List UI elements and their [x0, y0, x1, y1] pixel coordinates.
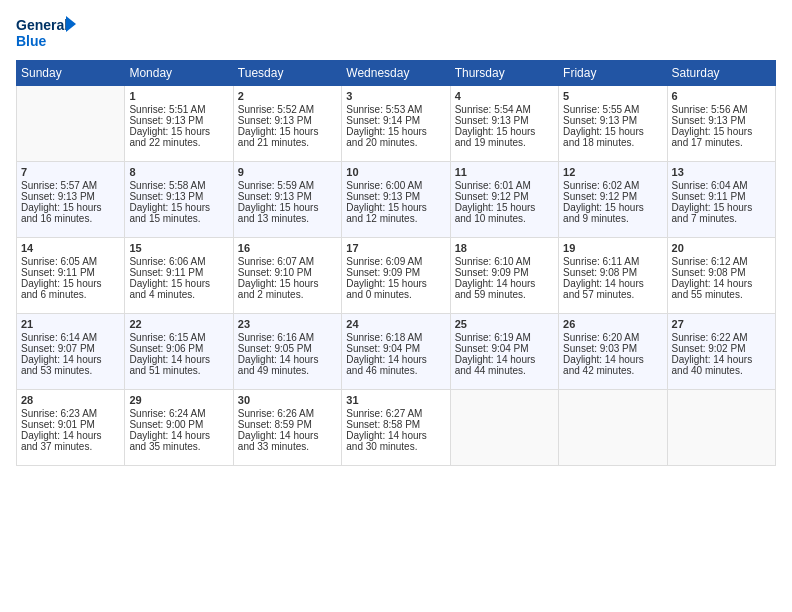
day-info: Sunrise: 6:05 AM	[21, 256, 120, 267]
calendar-cell: 19Sunrise: 6:11 AMSunset: 9:08 PMDayligh…	[559, 238, 667, 314]
day-info: Daylight: 15 hours	[129, 126, 228, 137]
logo-svg: GeneralBlue	[16, 12, 76, 52]
day-info: Sunset: 9:13 PM	[346, 191, 445, 202]
calendar-cell: 4Sunrise: 5:54 AMSunset: 9:13 PMDaylight…	[450, 86, 558, 162]
day-number: 28	[21, 394, 120, 406]
calendar-cell: 25Sunrise: 6:19 AMSunset: 9:04 PMDayligh…	[450, 314, 558, 390]
day-info: Sunrise: 6:07 AM	[238, 256, 337, 267]
day-info: and 13 minutes.	[238, 213, 337, 224]
calendar-cell: 17Sunrise: 6:09 AMSunset: 9:09 PMDayligh…	[342, 238, 450, 314]
header-row: SundayMondayTuesdayWednesdayThursdayFrid…	[17, 61, 776, 86]
calendar-cell: 20Sunrise: 6:12 AMSunset: 9:08 PMDayligh…	[667, 238, 775, 314]
day-info: Sunrise: 6:04 AM	[672, 180, 771, 191]
day-number: 13	[672, 166, 771, 178]
weekday-header-monday: Monday	[125, 61, 233, 86]
day-info: Sunset: 9:09 PM	[455, 267, 554, 278]
day-info: Sunrise: 6:22 AM	[672, 332, 771, 343]
day-number: 29	[129, 394, 228, 406]
day-info: Daylight: 14 hours	[129, 354, 228, 365]
weekday-header-thursday: Thursday	[450, 61, 558, 86]
day-info: Sunrise: 5:59 AM	[238, 180, 337, 191]
day-info: Sunrise: 6:09 AM	[346, 256, 445, 267]
calendar-cell: 26Sunrise: 6:20 AMSunset: 9:03 PMDayligh…	[559, 314, 667, 390]
day-number: 18	[455, 242, 554, 254]
day-number: 30	[238, 394, 337, 406]
day-number: 25	[455, 318, 554, 330]
day-number: 24	[346, 318, 445, 330]
calendar-cell: 30Sunrise: 6:26 AMSunset: 8:59 PMDayligh…	[233, 390, 341, 466]
day-info: Sunset: 9:01 PM	[21, 419, 120, 430]
day-number: 16	[238, 242, 337, 254]
svg-text:General: General	[16, 17, 68, 33]
day-info: Daylight: 15 hours	[238, 278, 337, 289]
calendar-cell: 16Sunrise: 6:07 AMSunset: 9:10 PMDayligh…	[233, 238, 341, 314]
day-info: Sunrise: 6:01 AM	[455, 180, 554, 191]
day-info: and 44 minutes.	[455, 365, 554, 376]
day-info: Sunrise: 6:12 AM	[672, 256, 771, 267]
calendar-cell: 22Sunrise: 6:15 AMSunset: 9:06 PMDayligh…	[125, 314, 233, 390]
calendar-cell: 13Sunrise: 6:04 AMSunset: 9:11 PMDayligh…	[667, 162, 775, 238]
calendar-cell: 5Sunrise: 5:55 AMSunset: 9:13 PMDaylight…	[559, 86, 667, 162]
calendar-cell: 9Sunrise: 5:59 AMSunset: 9:13 PMDaylight…	[233, 162, 341, 238]
day-info: Sunset: 9:02 PM	[672, 343, 771, 354]
calendar-cell: 11Sunrise: 6:01 AMSunset: 9:12 PMDayligh…	[450, 162, 558, 238]
day-info: Sunset: 9:13 PM	[129, 115, 228, 126]
day-number: 21	[21, 318, 120, 330]
day-info: and 21 minutes.	[238, 137, 337, 148]
calendar-cell: 21Sunrise: 6:14 AMSunset: 9:07 PMDayligh…	[17, 314, 125, 390]
calendar-cell: 3Sunrise: 5:53 AMSunset: 9:14 PMDaylight…	[342, 86, 450, 162]
day-info: Sunset: 9:06 PM	[129, 343, 228, 354]
day-info: Sunset: 9:04 PM	[455, 343, 554, 354]
calendar-cell: 10Sunrise: 6:00 AMSunset: 9:13 PMDayligh…	[342, 162, 450, 238]
day-info: Sunset: 9:07 PM	[21, 343, 120, 354]
day-info: Sunrise: 6:26 AM	[238, 408, 337, 419]
weekday-header-wednesday: Wednesday	[342, 61, 450, 86]
day-info: Daylight: 14 hours	[672, 278, 771, 289]
day-info: Sunrise: 5:56 AM	[672, 104, 771, 115]
day-number: 14	[21, 242, 120, 254]
day-info: Daylight: 15 hours	[346, 278, 445, 289]
calendar-week-4: 21Sunrise: 6:14 AMSunset: 9:07 PMDayligh…	[17, 314, 776, 390]
day-number: 17	[346, 242, 445, 254]
calendar-cell: 6Sunrise: 5:56 AMSunset: 9:13 PMDaylight…	[667, 86, 775, 162]
day-info: and 7 minutes.	[672, 213, 771, 224]
day-info: Sunset: 9:13 PM	[129, 191, 228, 202]
day-info: Daylight: 15 hours	[238, 126, 337, 137]
day-info: Daylight: 15 hours	[563, 126, 662, 137]
day-info: Sunrise: 6:24 AM	[129, 408, 228, 419]
day-info: Sunset: 9:13 PM	[238, 115, 337, 126]
day-info: Sunrise: 6:18 AM	[346, 332, 445, 343]
day-info: Sunrise: 6:10 AM	[455, 256, 554, 267]
day-info: Sunrise: 5:57 AM	[21, 180, 120, 191]
day-info: and 15 minutes.	[129, 213, 228, 224]
day-info: and 46 minutes.	[346, 365, 445, 376]
day-number: 15	[129, 242, 228, 254]
calendar-cell: 23Sunrise: 6:16 AMSunset: 9:05 PMDayligh…	[233, 314, 341, 390]
day-number: 5	[563, 90, 662, 102]
day-info: Sunset: 8:59 PM	[238, 419, 337, 430]
day-info: and 12 minutes.	[346, 213, 445, 224]
day-info: and 35 minutes.	[129, 441, 228, 452]
day-number: 12	[563, 166, 662, 178]
calendar-cell: 8Sunrise: 5:58 AMSunset: 9:13 PMDaylight…	[125, 162, 233, 238]
calendar-cell: 7Sunrise: 5:57 AMSunset: 9:13 PMDaylight…	[17, 162, 125, 238]
day-info: and 19 minutes.	[455, 137, 554, 148]
day-info: Sunset: 9:11 PM	[129, 267, 228, 278]
day-info: Sunset: 8:58 PM	[346, 419, 445, 430]
day-info: Sunrise: 6:06 AM	[129, 256, 228, 267]
calendar-cell: 27Sunrise: 6:22 AMSunset: 9:02 PMDayligh…	[667, 314, 775, 390]
day-info: Sunset: 9:13 PM	[21, 191, 120, 202]
day-info: Daylight: 14 hours	[21, 354, 120, 365]
day-number: 1	[129, 90, 228, 102]
day-number: 11	[455, 166, 554, 178]
day-info: Daylight: 14 hours	[238, 354, 337, 365]
day-info: and 17 minutes.	[672, 137, 771, 148]
day-info: Sunset: 9:13 PM	[563, 115, 662, 126]
day-number: 27	[672, 318, 771, 330]
day-info: Sunset: 9:10 PM	[238, 267, 337, 278]
day-info: and 30 minutes.	[346, 441, 445, 452]
day-info: Sunset: 9:00 PM	[129, 419, 228, 430]
calendar-week-3: 14Sunrise: 6:05 AMSunset: 9:11 PMDayligh…	[17, 238, 776, 314]
weekday-header-sunday: Sunday	[17, 61, 125, 86]
main-container: GeneralBlue SundayMondayTuesdayWednesday…	[0, 0, 792, 474]
